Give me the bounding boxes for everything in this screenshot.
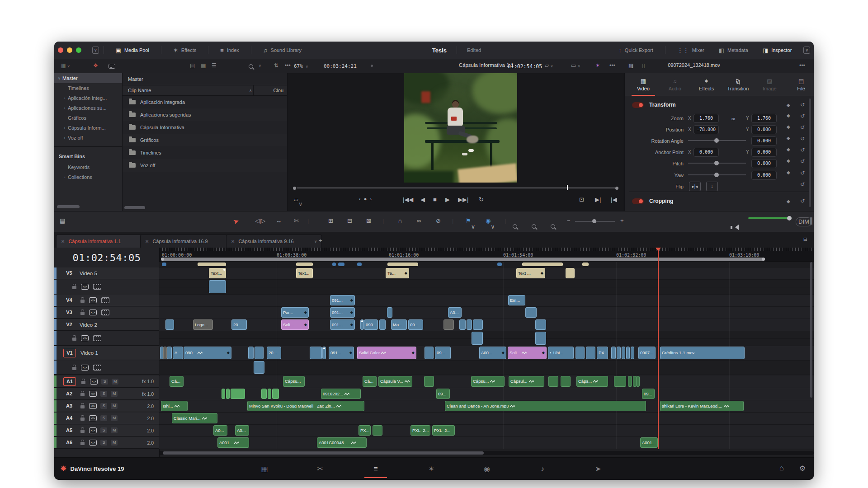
timeline-zoom-scrollbar[interactable]: [161, 258, 765, 261]
timeline-clip-ubi[interactable]: ◐Ubi...: [548, 347, 574, 359]
track-id-a2[interactable]: A2: [63, 390, 75, 398]
selection-tool-icon[interactable]: ➤: [232, 216, 240, 226]
track-header-a2[interactable]: A2<>SMfx 1.0: [54, 388, 159, 400]
timeline-clip-soli[interactable]: Soli...◆: [281, 319, 309, 330]
bin-tree-item-c-psula-inform-[interactable]: ›Cápsula Inform...: [54, 123, 122, 133]
position-x-field[interactable]: -78.000: [693, 125, 719, 134]
timeline-clip[interactable]: [357, 263, 362, 266]
track-id-v2[interactable]: V2: [63, 321, 75, 328]
go-to-first-frame-button[interactable]: |◀◀: [403, 196, 413, 203]
column-cloud[interactable]: Clou: [273, 88, 283, 93]
solo-button[interactable]: S: [100, 415, 107, 421]
stop-button[interactable]: ■: [433, 196, 437, 203]
timeline-clip-09[interactable]: 09...: [408, 319, 423, 330]
auto-select-icon[interactable]: <>: [89, 297, 97, 303]
clip-list-scrollbar[interactable]: [124, 206, 145, 209]
timeline-clip-logo[interactable]: Logo...: [193, 319, 213, 330]
replace-clip-icon[interactable]: ⊠: [366, 217, 371, 224]
track-lock-icon[interactable]: [72, 286, 76, 289]
timeline-clip-text[interactable]: Text...: [296, 268, 313, 278]
timeline-clip[interactable]: [387, 307, 392, 318]
timeline-clip-091[interactable]: 091...◆: [329, 347, 354, 359]
timeline-list-icon[interactable]: ⊟: [803, 236, 807, 242]
dim-button[interactable]: DIM: [796, 217, 812, 226]
track-id-a4[interactable]: A4: [63, 414, 75, 422]
timeline-clip-091[interactable]: 091...◆: [330, 319, 355, 330]
bin-tree-item-aplicaciones-su-[interactable]: ›Aplicaciones su...: [54, 103, 122, 113]
auto-select-icon[interactable]: <>: [81, 284, 89, 290]
scrubber-playhead[interactable]: [567, 185, 568, 190]
layout-preset-icon[interactable]: ∨: [803, 47, 810, 54]
smart-bin-item-collections[interactable]: ›Collections: [54, 172, 122, 182]
timeline-clip-par[interactable]: Par...◆: [281, 307, 309, 318]
timeline-clip[interactable]: [525, 307, 537, 318]
position-y-field[interactable]: 0.000: [751, 125, 777, 134]
linked-selection-icon[interactable]: ∞: [417, 217, 421, 224]
razor-tool-icon[interactable]: ✄: [294, 217, 299, 224]
add-timeline-tab-button[interactable]: +: [319, 237, 322, 244]
track-header-a5[interactable]: A5<>SM2.0: [54, 425, 159, 436]
bin-tree-item-master[interactable]: ∨Master: [54, 73, 122, 83]
timeline-clip-a001c00048[interactable]: A001C00048_...: [317, 437, 367, 448]
position-lock-icon[interactable]: ⊘: [436, 217, 441, 224]
clip-list-row[interactable]: Aplicaciones sugeridas: [123, 108, 287, 121]
timeline-clip[interactable]: [296, 263, 313, 266]
timeline-clip-090[interactable]: 090...: [364, 319, 378, 330]
goto-out-icon[interactable]: ▶|: [595, 196, 601, 203]
track-lock-icon[interactable]: [80, 312, 85, 315]
go-to-last-frame-button[interactable]: ▶▶|: [458, 196, 468, 203]
track-name[interactable]: Video 2: [80, 322, 97, 328]
inspector-clip-icon[interactable]: ▯: [642, 62, 645, 69]
timeline-clip[interactable]: [459, 319, 466, 330]
timeline-options-icon[interactable]: ▤: [60, 217, 65, 224]
smart-bin-item-keywords[interactable]: Keywords: [54, 162, 122, 172]
timeline-clip-minyo-san-kyoku-doug-maxwell-zac-zin[interactable]: Minyo San Kyoku - Doug Maxwell_ Zac Zin.…: [247, 401, 364, 411]
page-button-edit[interactable]: ≡: [363, 461, 388, 478]
loop-button[interactable]: ↻: [479, 196, 484, 203]
timeline-clip-ma[interactable]: Ma...: [391, 319, 407, 330]
clip-list-row[interactable]: Aplicación integrada: [123, 96, 287, 108]
timeline-clip-c-psu[interactable]: Cápsu...: [283, 376, 305, 387]
track-enable-icon[interactable]: [93, 365, 101, 371]
timeline-clip-a0[interactable]: A0...: [448, 307, 462, 318]
timeline-clip[interactable]: [424, 376, 434, 387]
timeline-clip[interactable]: [535, 319, 546, 330]
sort-icon[interactable]: ⇅: [274, 62, 278, 69]
timeline-clip[interactable]: [535, 332, 546, 345]
keyframe-icon[interactable]: ◆: [787, 199, 790, 204]
page-button-fairlight[interactable]: ♪: [530, 461, 555, 478]
zoom-x-field[interactable]: 1.760: [693, 114, 719, 123]
mute-button[interactable]: M: [111, 427, 118, 433]
zoom-y-field[interactable]: 1.760: [751, 114, 777, 123]
reset-icon[interactable]: ↺: [800, 198, 805, 204]
window-close-button[interactable]: [58, 47, 63, 53]
play-reverse-button[interactable]: ◀: [420, 196, 425, 203]
viewer-zoom-select[interactable]: 67% ∨: [294, 63, 308, 69]
track-header-v3[interactable]: V3<>: [54, 307, 159, 319]
timeline-clip[interactable]: [360, 319, 364, 330]
timeline-clip[interactable]: [586, 347, 595, 359]
track-lock-icon[interactable]: [72, 367, 76, 370]
close-tab-icon[interactable]: ✕: [231, 239, 235, 244]
inspector-more-icon[interactable]: •••: [799, 62, 805, 69]
project-home-icon[interactable]: ⌂: [779, 464, 784, 473]
timeline-clip-09[interactable]: 09...: [642, 389, 655, 399]
titlebar-button-quick-export[interactable]: ↑Quick Export: [611, 42, 660, 59]
timeline-clip[interactable]: [472, 332, 483, 345]
timeline-clip[interactable]: [167, 347, 172, 359]
timeline-clip[interactable]: [636, 376, 640, 387]
track-enable-icon[interactable]: [93, 284, 101, 290]
snapping-icon[interactable]: ∩: [398, 217, 402, 224]
search-icon[interactable]: [249, 64, 253, 70]
timeline-clip-0907[interactable]: 0907...: [638, 347, 656, 359]
timeline-clip[interactable]: [473, 319, 483, 330]
viewer-quality-icon[interactable]: ▭ ∨: [571, 62, 580, 69]
auto-select-icon[interactable]: <>: [89, 403, 97, 409]
track-enable-icon[interactable]: [93, 335, 101, 341]
keyframe-icon[interactable]: ◆: [787, 158, 790, 163]
timeline-tab-3[interactable]: ✕Cápsula Informativa 9.16∨: [226, 235, 322, 248]
solo-button[interactable]: S: [101, 379, 108, 385]
track-enable-icon[interactable]: [101, 297, 109, 303]
timeline-clip[interactable]: [576, 347, 585, 359]
timeline-clip[interactable]: [626, 347, 630, 359]
